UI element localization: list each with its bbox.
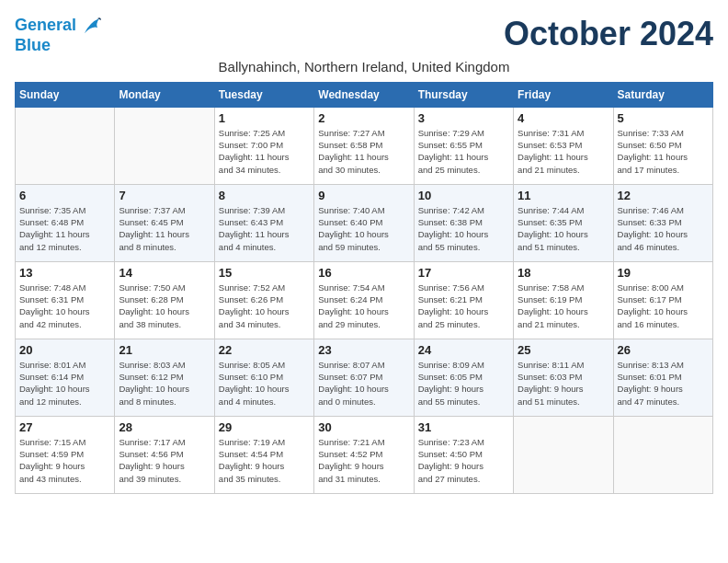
calendar-cell: 26Sunrise: 8:13 AM Sunset: 6:01 PM Dayli…: [613, 339, 712, 416]
calendar-cell: 23Sunrise: 8:07 AM Sunset: 6:07 PM Dayli…: [314, 339, 414, 416]
calendar-cell: 14Sunrise: 7:50 AM Sunset: 6:28 PM Dayli…: [115, 261, 214, 339]
calendar-table: SundayMondayTuesdayWednesdayThursdayFrid…: [15, 82, 713, 494]
day-number: 18: [518, 266, 609, 280]
calendar-cell: 30Sunrise: 7:21 AM Sunset: 4:52 PM Dayli…: [314, 416, 414, 493]
calendar-cell: 3Sunrise: 7:29 AM Sunset: 6:55 PM Daylig…: [414, 107, 513, 184]
day-info: Sunrise: 8:05 AM Sunset: 6:10 PM Dayligh…: [219, 359, 310, 408]
calendar-cell: 24Sunrise: 8:09 AM Sunset: 6:05 PM Dayli…: [414, 339, 513, 416]
day-number: 23: [318, 343, 409, 357]
day-info: Sunrise: 8:03 AM Sunset: 6:12 PM Dayligh…: [119, 359, 210, 408]
header-wednesday: Wednesday: [314, 82, 414, 107]
day-info: Sunrise: 7:42 AM Sunset: 6:38 PM Dayligh…: [418, 204, 509, 253]
day-number: 8: [219, 189, 310, 202]
page-header: General Blue October 2024: [15, 15, 713, 55]
day-number: 6: [19, 189, 110, 202]
location-title: Ballynahinch, Northern Ireland, United K…: [15, 59, 713, 75]
logo-blue: Blue: [15, 37, 101, 55]
calendar-body: 1Sunrise: 7:25 AM Sunset: 7:00 PM Daylig…: [16, 107, 713, 493]
header-friday: Friday: [514, 82, 613, 107]
day-number: 20: [19, 343, 110, 357]
day-info: Sunrise: 7:31 AM Sunset: 6:53 PM Dayligh…: [518, 127, 609, 176]
day-info: Sunrise: 7:56 AM Sunset: 6:21 PM Dayligh…: [418, 282, 509, 330]
logo-text: General: [15, 15, 101, 37]
day-number: 7: [119, 189, 210, 202]
calendar-cell: 8Sunrise: 7:39 AM Sunset: 6:43 PM Daylig…: [214, 184, 313, 261]
day-number: 9: [318, 189, 409, 202]
logo-bird-icon: [83, 15, 101, 37]
day-info: Sunrise: 7:37 AM Sunset: 6:45 PM Dayligh…: [119, 204, 210, 253]
logo-general: General: [15, 16, 76, 34]
day-number: 28: [119, 420, 210, 434]
day-info: Sunrise: 7:39 AM Sunset: 6:43 PM Dayligh…: [219, 204, 310, 253]
calendar-cell: 6Sunrise: 7:35 AM Sunset: 6:48 PM Daylig…: [16, 184, 115, 261]
calendar-cell: 11Sunrise: 7:44 AM Sunset: 6:35 PM Dayli…: [514, 184, 613, 261]
day-info: Sunrise: 7:40 AM Sunset: 6:40 PM Dayligh…: [318, 204, 409, 253]
calendar-cell: [613, 416, 712, 493]
day-number: 24: [418, 343, 509, 357]
calendar-cell: 21Sunrise: 8:03 AM Sunset: 6:12 PM Dayli…: [115, 339, 214, 416]
calendar-cell: 16Sunrise: 7:54 AM Sunset: 6:24 PM Dayli…: [314, 261, 414, 339]
day-info: Sunrise: 7:33 AM Sunset: 6:50 PM Dayligh…: [618, 127, 709, 176]
header-thursday: Thursday: [414, 82, 513, 107]
calendar-header-row: SundayMondayTuesdayWednesdayThursdayFrid…: [16, 82, 713, 107]
header-tuesday: Tuesday: [214, 82, 313, 107]
day-number: 19: [618, 266, 709, 280]
calendar-cell: 12Sunrise: 7:46 AM Sunset: 6:33 PM Dayli…: [613, 184, 712, 261]
day-info: Sunrise: 7:54 AM Sunset: 6:24 PM Dayligh…: [318, 282, 409, 330]
calendar-cell: [16, 107, 115, 184]
calendar-cell: 4Sunrise: 7:31 AM Sunset: 6:53 PM Daylig…: [514, 107, 613, 184]
day-info: Sunrise: 8:13 AM Sunset: 6:01 PM Dayligh…: [618, 359, 709, 408]
day-number: 30: [318, 420, 409, 434]
calendar-cell: 20Sunrise: 8:01 AM Sunset: 6:14 PM Dayli…: [16, 339, 115, 416]
day-number: 21: [119, 343, 210, 357]
day-info: Sunrise: 8:09 AM Sunset: 6:05 PM Dayligh…: [418, 359, 509, 408]
day-number: 29: [219, 420, 310, 434]
day-info: Sunrise: 7:58 AM Sunset: 6:19 PM Dayligh…: [518, 282, 609, 330]
day-info: Sunrise: 8:11 AM Sunset: 6:03 PM Dayligh…: [518, 359, 609, 408]
day-info: Sunrise: 8:00 AM Sunset: 6:17 PM Dayligh…: [618, 282, 709, 330]
day-number: 1: [219, 111, 310, 125]
calendar-cell: 10Sunrise: 7:42 AM Sunset: 6:38 PM Dayli…: [414, 184, 513, 261]
day-number: 27: [19, 420, 110, 434]
calendar-cell: 28Sunrise: 7:17 AM Sunset: 4:56 PM Dayli…: [115, 416, 214, 493]
calendar-cell: 18Sunrise: 7:58 AM Sunset: 6:19 PM Dayli…: [514, 261, 613, 339]
day-info: Sunrise: 7:44 AM Sunset: 6:35 PM Dayligh…: [518, 204, 609, 253]
calendar-cell: [115, 107, 214, 184]
day-info: Sunrise: 7:35 AM Sunset: 6:48 PM Dayligh…: [19, 204, 110, 253]
day-number: 15: [219, 266, 310, 280]
day-number: 22: [219, 343, 310, 357]
calendar-cell: 29Sunrise: 7:19 AM Sunset: 4:54 PM Dayli…: [214, 416, 313, 493]
calendar-cell: 17Sunrise: 7:56 AM Sunset: 6:21 PM Dayli…: [414, 261, 513, 339]
calendar-week-4: 20Sunrise: 8:01 AM Sunset: 6:14 PM Dayli…: [16, 339, 713, 416]
day-number: 14: [119, 266, 210, 280]
calendar-cell: 1Sunrise: 7:25 AM Sunset: 7:00 PM Daylig…: [214, 107, 313, 184]
day-info: Sunrise: 7:21 AM Sunset: 4:52 PM Dayligh…: [318, 436, 409, 485]
day-number: 3: [418, 111, 509, 125]
day-number: 26: [618, 343, 709, 357]
calendar-week-5: 27Sunrise: 7:15 AM Sunset: 4:59 PM Dayli…: [16, 416, 713, 493]
day-info: Sunrise: 7:27 AM Sunset: 6:58 PM Dayligh…: [318, 127, 409, 176]
calendar-week-2: 6Sunrise: 7:35 AM Sunset: 6:48 PM Daylig…: [16, 184, 713, 261]
calendar-cell: 15Sunrise: 7:52 AM Sunset: 6:26 PM Dayli…: [214, 261, 313, 339]
calendar-cell: 25Sunrise: 8:11 AM Sunset: 6:03 PM Dayli…: [514, 339, 613, 416]
day-number: 2: [318, 111, 409, 125]
calendar-cell: 27Sunrise: 7:15 AM Sunset: 4:59 PM Dayli…: [16, 416, 115, 493]
header-sunday: Sunday: [16, 82, 115, 107]
day-number: 17: [418, 266, 509, 280]
day-info: Sunrise: 7:29 AM Sunset: 6:55 PM Dayligh…: [418, 127, 509, 176]
calendar-cell: 22Sunrise: 8:05 AM Sunset: 6:10 PM Dayli…: [214, 339, 313, 416]
day-info: Sunrise: 7:17 AM Sunset: 4:56 PM Dayligh…: [119, 436, 210, 485]
calendar-cell: 7Sunrise: 7:37 AM Sunset: 6:45 PM Daylig…: [115, 184, 214, 261]
day-number: 31: [418, 420, 509, 434]
day-info: Sunrise: 8:01 AM Sunset: 6:14 PM Dayligh…: [19, 359, 110, 408]
calendar-cell: 9Sunrise: 7:40 AM Sunset: 6:40 PM Daylig…: [314, 184, 414, 261]
day-info: Sunrise: 7:52 AM Sunset: 6:26 PM Dayligh…: [219, 282, 310, 330]
calendar-cell: 31Sunrise: 7:23 AM Sunset: 4:50 PM Dayli…: [414, 416, 513, 493]
calendar-cell: 5Sunrise: 7:33 AM Sunset: 6:50 PM Daylig…: [613, 107, 712, 184]
day-number: 5: [618, 111, 709, 125]
day-number: 16: [318, 266, 409, 280]
header-monday: Monday: [115, 82, 214, 107]
day-info: Sunrise: 7:25 AM Sunset: 7:00 PM Dayligh…: [219, 127, 310, 176]
day-info: Sunrise: 7:46 AM Sunset: 6:33 PM Dayligh…: [618, 204, 709, 253]
day-info: Sunrise: 7:15 AM Sunset: 4:59 PM Dayligh…: [19, 436, 110, 485]
